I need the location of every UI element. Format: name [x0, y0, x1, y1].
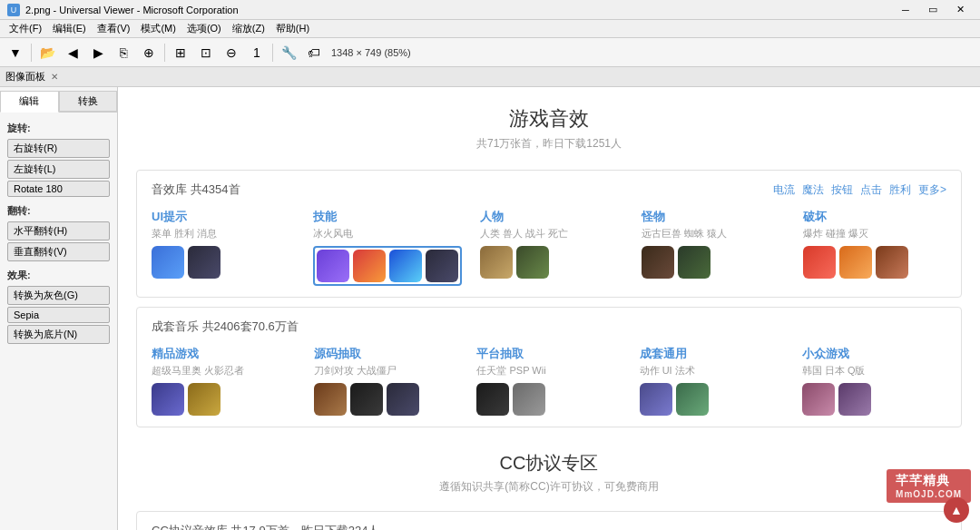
- menu-options[interactable]: 选项(O): [181, 20, 227, 37]
- combo-source[interactable]: 源码抽取 刀剑对攻 大战僵尸: [314, 346, 458, 416]
- panel-close-button[interactable]: ✕: [51, 72, 58, 82]
- menu-bar: 文件(F) 编辑(E) 查看(V) 模式(M) 选项(O) 缩放(Z) 帮助(H…: [0, 20, 980, 38]
- sound-category-row: UI提示 菜单 胜利 消息 技能 冰火风电: [152, 209, 946, 286]
- toolbar-zoom-fit-button[interactable]: ⊞: [169, 41, 192, 64]
- thumb-ui-1: [152, 246, 184, 279]
- cc-library-header: CC协议音效库 共17.9万首，昨日下载224人: [152, 523, 946, 530]
- combo-premium[interactable]: 精品游戏 超级马里奥 火影忍者: [152, 346, 296, 416]
- rotate-right-button[interactable]: 右旋转(R): [7, 139, 110, 158]
- category-ui[interactable]: UI提示 菜单 胜利 消息: [152, 209, 295, 286]
- thumb-destroy-3: [876, 246, 908, 279]
- tag-victory[interactable]: 胜利: [889, 182, 911, 198]
- premium-thumbs: [152, 383, 296, 416]
- tag-button[interactable]: 按钮: [831, 182, 853, 198]
- toolbar-copy-button[interactable]: ⎘: [112, 41, 135, 64]
- thumb-source-3: [387, 383, 419, 416]
- destroy-thumbs: [803, 246, 946, 279]
- toolbar-zoom-in-button[interactable]: ⊕: [137, 41, 161, 64]
- char-thumbs: [480, 246, 623, 279]
- thumb-platform-1: [476, 383, 509, 416]
- scroll-top-button[interactable]: ▲: [944, 497, 969, 523]
- thumb-general-1: [640, 383, 672, 416]
- toolbar: ▼ 📂 ◀ ▶ ⎘ ⊕ ⊞ ⊡ ⊖ 1 🔧 🏷 1348 × 749 (85%): [0, 38, 980, 67]
- sidebar: 编辑 转换 旋转: 右旋转(R) 左旋转(L) Rotate 180 翻转: 水…: [0, 87, 118, 530]
- thumb-general-2: [676, 383, 709, 416]
- combo-music-title: 成套音乐 共2406套70.6万首: [152, 319, 299, 335]
- thumb-platform-2: [513, 383, 545, 416]
- sound-library-section: 音效库 共4354首 电流 魔法 按钮 点击 胜利 更多> UI提示 菜单 胜利…: [136, 170, 962, 298]
- toolbar-sep-1: [31, 44, 32, 62]
- thumb-source-2: [350, 383, 383, 416]
- toolbar-forward-button[interactable]: ▶: [86, 41, 110, 64]
- ui-thumbs: [152, 246, 295, 279]
- toolbar-open-button[interactable]: 📂: [35, 41, 59, 64]
- maximize-button[interactable]: ▭: [920, 1, 946, 19]
- tab-convert[interactable]: 转换: [59, 91, 118, 112]
- thumb-ui-2: [188, 246, 220, 279]
- thumb-destroy-1: [803, 246, 836, 279]
- tag-more[interactable]: 更多>: [918, 182, 946, 198]
- menu-mode[interactable]: 模式(M): [135, 20, 181, 37]
- app-icon: U: [7, 4, 20, 16]
- page-header: 游戏音效 共71万张首，昨日下载1251人: [118, 87, 980, 161]
- menu-view[interactable]: 查看(V): [92, 20, 136, 37]
- flip-h-button[interactable]: 水平翻转(H): [7, 221, 110, 240]
- source-thumbs: [314, 383, 458, 416]
- menu-edit[interactable]: 编辑(E): [47, 20, 92, 37]
- cc-zone-header: CC协议专区 遵循知识共享(简称CC)许可协议，可免费商用: [118, 437, 980, 502]
- grayscale-button[interactable]: 转换为灰色(G): [7, 286, 110, 305]
- menu-file[interactable]: 文件(F): [4, 20, 47, 37]
- thumb-source-1: [314, 383, 347, 416]
- skill-thumbs: [313, 246, 462, 286]
- combo-music-section: 成套音乐 共2406套70.6万首 精品游戏 超级马里奥 火影忍者 源码抽取 刀…: [136, 307, 962, 427]
- page-subtitle: 共71万张首，昨日下载1251人: [118, 136, 980, 152]
- title-bar: U 2.png - Universal Viewer - Microsoft C…: [0, 0, 980, 20]
- combo-indie[interactable]: 小众游戏 韩国 日本 Q版: [802, 346, 946, 416]
- page-content[interactable]: 游戏音效 共71万张首，昨日下载1251人 音效库 共4354首 电流 魔法 按…: [118, 87, 980, 530]
- indie-thumbs: [802, 383, 946, 416]
- page-title: 游戏音效: [118, 105, 980, 132]
- thumb-skill-3: [389, 250, 422, 282]
- tag-click[interactable]: 点击: [860, 182, 882, 198]
- cc-subtitle: 遵循知识共享(简称CC)许可协议，可免费商用: [118, 479, 980, 495]
- thumb-char-1: [480, 246, 513, 279]
- minimize-button[interactable]: ─: [893, 1, 918, 19]
- sound-library-header: 音效库 共4354首 电流 魔法 按钮 点击 胜利 更多>: [152, 182, 946, 198]
- toolbar-back-button[interactable]: ◀: [61, 41, 84, 64]
- effects-label: 效果:: [0, 263, 117, 284]
- toolbar-zoom-out-button[interactable]: ⊖: [220, 41, 243, 64]
- close-button[interactable]: ✕: [947, 1, 973, 19]
- thumb-monster-2: [678, 246, 710, 279]
- thumb-skill-1: [317, 250, 349, 282]
- general-thumbs: [640, 383, 784, 416]
- thumb-premium-1: [152, 383, 184, 416]
- thumb-monster-1: [642, 246, 674, 279]
- category-destroy[interactable]: 破坏 爆炸 碰撞 爆灭: [803, 209, 946, 286]
- rotate-180-button[interactable]: Rotate 180: [7, 181, 110, 197]
- tag-electric[interactable]: 电流: [773, 182, 795, 198]
- combo-general[interactable]: 成套通用 动作 UI 法术: [640, 346, 784, 416]
- toolbar-menu-button[interactable]: ▼: [4, 41, 27, 64]
- combo-music-header: 成套音乐 共2406套70.6万首: [152, 319, 946, 335]
- bitmap-button[interactable]: 转换为底片(N): [7, 325, 110, 344]
- thumb-premium-2: [188, 383, 220, 416]
- rotate-left-button[interactable]: 左旋转(L): [7, 160, 110, 179]
- platform-thumbs: [476, 383, 621, 416]
- category-skill[interactable]: 技能 冰火风电: [313, 209, 462, 286]
- toolbar-zoom-100-button[interactable]: 1: [245, 41, 269, 64]
- combo-platform[interactable]: 平台抽取 任天堂 PSP Wii: [476, 346, 621, 416]
- toolbar-tools-button[interactable]: 🔧: [277, 41, 300, 64]
- toolbar-sep-2: [164, 44, 165, 62]
- category-monster[interactable]: 怪物 远古巨兽 蜘蛛 猿人: [642, 209, 785, 286]
- menu-zoom[interactable]: 缩放(Z): [227, 20, 270, 37]
- window-title: 2.png - Universal Viewer - Microsoft Cor…: [25, 5, 239, 15]
- monster-thumbs: [642, 246, 785, 279]
- menu-help[interactable]: 帮助(H): [270, 20, 315, 37]
- flip-v-button[interactable]: 垂直翻转(V): [7, 242, 110, 261]
- sepia-button[interactable]: Sepia: [7, 307, 110, 323]
- category-character[interactable]: 人物 人类 兽人 战斗 死亡: [480, 209, 623, 286]
- tab-edit[interactable]: 编辑: [0, 91, 59, 113]
- toolbar-zoom-actual-button[interactable]: ⊡: [194, 41, 218, 64]
- toolbar-info-button[interactable]: 🏷: [302, 41, 326, 64]
- tag-magic[interactable]: 魔法: [802, 182, 824, 198]
